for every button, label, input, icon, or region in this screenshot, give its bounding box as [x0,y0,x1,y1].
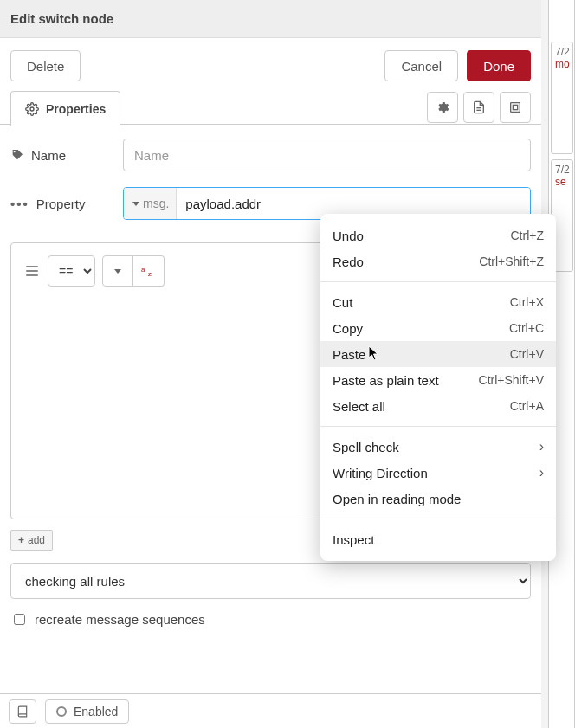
svg-rect-4 [513,105,517,109]
svg-rect-3 [511,103,520,113]
add-rule-label: add [28,534,45,546]
done-button[interactable]: Done [467,50,531,81]
debug-source: mo [555,58,571,70]
menu-label: Inspect [333,532,374,547]
menu-spell-check[interactable]: Spell check [320,434,556,460]
svg-point-0 [30,107,34,111]
menu-paste[interactable]: Paste Ctrl+V [320,341,556,367]
menu-undo[interactable]: Undo Ctrl+Z [320,222,556,248]
drag-handle-icon[interactable] [23,266,41,276]
name-input[interactable] [123,139,531,171]
delete-button[interactable]: Delete [10,50,81,81]
document-icon [472,100,486,114]
ellipsis-icon: ••• [10,196,29,211]
panel-title: Edit switch node [0,0,541,38]
menu-inspect[interactable]: Inspect [320,526,556,552]
menu-shortcut: Ctrl+Shift+Z [479,254,544,268]
gear-icon [436,100,449,114]
menu-select-all[interactable]: Select all Ctrl+A [320,393,556,419]
debug-timestamp: 7/2 [555,46,571,58]
context-menu: Undo Ctrl+Z Redo Ctrl+Shift+Z Cut Ctrl+X… [320,214,556,561]
menu-label: Undo [333,229,364,243]
menu-reading-mode[interactable]: Open in reading mode [320,486,556,512]
chevron-right-icon [539,465,544,480]
settings-button[interactable] [427,92,458,123]
checking-mode-select[interactable]: checking all rules [10,563,531,599]
property-label-text: Property [36,196,86,211]
menu-redo[interactable]: Redo Ctrl+Shift+Z [320,248,556,274]
name-label: Name [10,148,123,163]
book-icon [16,705,29,718]
docs-button[interactable] [9,699,36,724]
plus-icon: + [18,534,24,546]
menu-writing-direction[interactable]: Writing Direction [320,460,556,486]
debug-timestamp: 7/2 [555,164,571,176]
tabs-row: Properties [0,90,541,125]
description-button[interactable] [463,92,494,123]
add-rule-button[interactable]: + add [10,530,53,551]
circle-icon [56,706,67,717]
recreate-sequences-label: recreate message sequences [35,612,205,627]
az-string-icon: az [141,265,157,277]
action-bar: Delete Cancel Done [0,38,541,90]
menu-copy[interactable]: Copy Ctrl+C [320,315,556,341]
debug-message[interactable]: 7/2 mo [551,42,573,154]
menu-label: Redo [333,254,364,269]
recreate-sequences-row[interactable]: recreate message sequences [10,611,531,628]
name-label-text: Name [31,148,66,163]
rule-operator-select[interactable]: == [48,255,95,287]
appearance-button[interactable] [500,92,531,123]
caret-down-icon [114,269,121,274]
rule-value-type-string[interactable]: az [133,255,165,287]
rule-type-selector[interactable] [102,255,133,287]
caret-down-icon [132,202,139,206]
cancel-button[interactable]: Cancel [384,50,458,81]
enabled-toggle[interactable]: Enabled [45,699,129,724]
menu-label: Copy [333,321,363,336]
menu-shortcut: Ctrl+Z [511,229,545,242]
menu-label: Open in reading mode [333,492,461,506]
tab-properties[interactable]: Properties [10,91,120,126]
menu-shortcut: Ctrl+Shift+V [479,373,544,387]
property-type-selector[interactable]: msg. [124,188,177,219]
tab-properties-label: Properties [46,102,106,116]
menu-label: Paste as plain text [333,373,439,388]
chevron-right-icon [539,439,544,454]
menu-shortcut: Ctrl+A [510,399,544,413]
menu-cut[interactable]: Cut Ctrl+X [320,289,556,315]
menu-label: Writing Direction [333,466,428,480]
tag-icon [10,148,24,162]
menu-shortcut: Ctrl+C [509,321,544,335]
appearance-icon [508,100,522,114]
svg-text:z: z [148,270,152,277]
menu-shortcut: Ctrl+V [510,347,544,361]
menu-label: Spell check [333,440,399,454]
menu-paste-plain[interactable]: Paste as plain text Ctrl+Shift+V [320,367,556,393]
menu-label: Paste [333,347,365,362]
debug-source: se [555,176,571,188]
svg-text:a: a [141,266,145,274]
property-label: ••• Property [10,196,123,211]
property-prefix: msg. [143,196,169,210]
recreate-sequences-checkbox[interactable] [14,614,25,625]
gear-icon [25,102,39,116]
menu-shortcut: Ctrl+X [510,295,544,309]
footer-bar: Enabled [0,693,541,728]
enabled-label: Enabled [74,705,118,718]
menu-label: Cut [333,295,352,310]
menu-label: Select all [333,399,385,414]
